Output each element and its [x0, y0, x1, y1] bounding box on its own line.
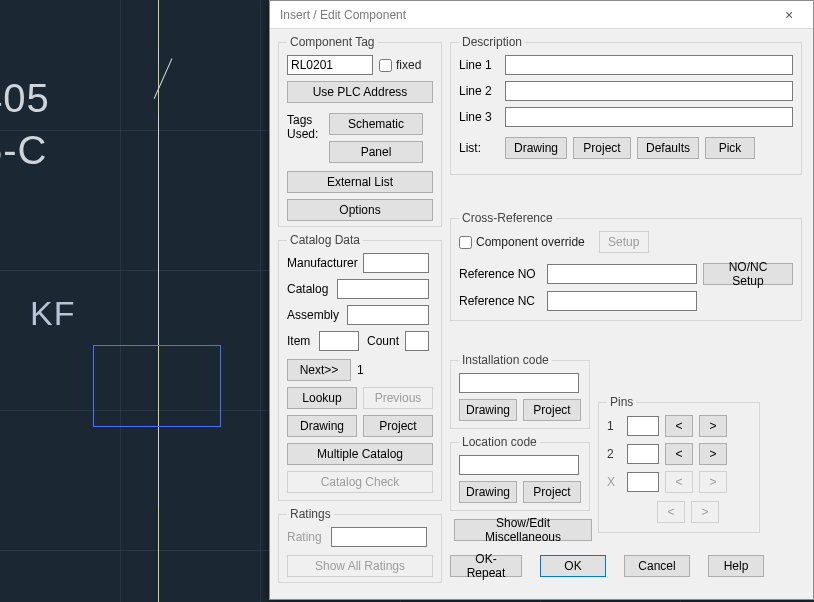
relay-coil-symbol: [93, 345, 221, 427]
cross-reference-group: Cross-Reference Component override Setup…: [450, 211, 802, 321]
next-counter: 1: [357, 363, 364, 377]
component-override-checkbox[interactable]: Component override: [459, 235, 585, 249]
installation-code-input[interactable]: [459, 373, 579, 393]
desc-project-button[interactable]: Project: [573, 137, 631, 159]
switch-contact-icon: [154, 58, 173, 99]
assembly-input[interactable]: [347, 305, 429, 325]
ok-button[interactable]: OK: [540, 555, 606, 577]
wire-segment-lower: [158, 427, 159, 507]
dialog-body: Component Tag fixed Use PLC Address Tags…: [270, 29, 813, 599]
desc-defaults-button[interactable]: Defaults: [637, 137, 699, 159]
pin-row-2-label: 2: [607, 447, 621, 461]
catalog-data-group: Catalog Data Manufacturer Catalog Assemb…: [278, 233, 442, 501]
line2-input[interactable]: [505, 81, 793, 101]
multiple-catalog-button[interactable]: Multiple Catalog: [287, 443, 433, 465]
location-drawing-button[interactable]: Drawing: [459, 481, 517, 503]
reference-no-label: Reference NO: [459, 267, 541, 281]
dialog-title: Insert / Edit Component: [280, 8, 771, 22]
fixed-checkbox-input[interactable]: [379, 59, 392, 72]
manufacturer-label: Manufacturer: [287, 256, 357, 270]
item-input[interactable]: [319, 331, 359, 351]
pin-1-next-button[interactable]: >: [699, 415, 727, 437]
pin-x-prev-button: <: [665, 471, 693, 493]
titlebar[interactable]: Insert / Edit Component ×: [270, 1, 813, 29]
location-code-legend: Location code: [459, 435, 540, 449]
reference-nc-label: Reference NC: [459, 294, 541, 308]
manufacturer-input[interactable]: [363, 253, 429, 273]
ratings-legend: Ratings: [287, 507, 334, 521]
component-tag-input[interactable]: [287, 55, 373, 75]
description-group: Description Line 1 Line 2 Line 3 List: D…: [450, 35, 802, 175]
line2-label: Line 2: [459, 84, 499, 98]
catalog-check-button: Catalog Check: [287, 471, 433, 493]
location-code-group: Location code Drawing Project: [450, 435, 590, 511]
line3-input[interactable]: [505, 107, 793, 127]
catalog-data-legend: Catalog Data: [287, 233, 363, 247]
line1-label: Line 1: [459, 58, 499, 72]
cancel-button[interactable]: Cancel: [624, 555, 690, 577]
line3-label: Line 3: [459, 110, 499, 124]
insert-edit-component-dialog: Insert / Edit Component × Component Tag …: [269, 0, 814, 600]
pin-row-1-label: 1: [607, 419, 621, 433]
tags-schematic-button[interactable]: Schematic: [329, 113, 423, 135]
pins-page-next-button: >: [691, 501, 719, 523]
item-label: Item: [287, 334, 313, 348]
location-project-button[interactable]: Project: [523, 481, 581, 503]
fixed-checkbox[interactable]: fixed: [379, 58, 421, 72]
list-label: List:: [459, 141, 499, 155]
component-tag-legend: Component Tag: [287, 35, 378, 49]
install-drawing-button[interactable]: Drawing: [459, 399, 517, 421]
pin-row-x-label: X: [607, 475, 621, 489]
desc-drawing-button[interactable]: Drawing: [505, 137, 567, 159]
external-list-button[interactable]: External List: [287, 171, 433, 193]
pin-1-input[interactable]: [627, 416, 659, 436]
ok-repeat-button[interactable]: OK-Repeat: [450, 555, 522, 577]
pins-group: Pins 1 < > 2 < > X < >: [598, 395, 760, 533]
tags-used-label: Tags Used:: [287, 113, 323, 141]
help-button[interactable]: Help: [708, 555, 764, 577]
count-label: Count: [365, 334, 399, 348]
symbol-stub-top: [158, 47, 159, 65]
tags-panel-button[interactable]: Panel: [329, 141, 423, 163]
description-legend: Description: [459, 35, 525, 49]
assembly-label: Assembly: [287, 308, 341, 322]
location-code-input[interactable]: [459, 455, 579, 475]
catalog-input[interactable]: [337, 279, 429, 299]
line1-input[interactable]: [505, 55, 793, 75]
install-project-button[interactable]: Project: [523, 399, 581, 421]
pin-2-prev-button[interactable]: <: [665, 443, 693, 465]
catalog-label: Catalog: [287, 282, 331, 296]
component-tag-group: Component Tag fixed Use PLC Address Tags…: [278, 35, 442, 227]
reference-no-input[interactable]: [547, 264, 697, 284]
pin-x-next-button: >: [699, 471, 727, 493]
installation-code-legend: Installation code: [459, 353, 552, 367]
next-button[interactable]: Next>>: [287, 359, 351, 381]
nonc-setup-button[interactable]: NO/NC Setup: [703, 263, 793, 285]
installation-code-group: Installation code Drawing Project: [450, 353, 590, 429]
use-plc-address-button[interactable]: Use PLC Address: [287, 81, 433, 103]
component-override-checkbox-input[interactable]: [459, 236, 472, 249]
component-designator-kf: KF: [30, 294, 75, 333]
close-icon[interactable]: ×: [771, 4, 807, 26]
pins-page-prev-button: <: [657, 501, 685, 523]
previous-button: Previous: [363, 387, 433, 409]
wire-number-405: 405: [0, 76, 50, 121]
catalog-drawing-button[interactable]: Drawing: [287, 415, 357, 437]
count-input[interactable]: [405, 331, 429, 351]
pin-x-input[interactable]: [627, 472, 659, 492]
xref-setup-button: Setup: [599, 231, 649, 253]
options-button[interactable]: Options: [287, 199, 433, 221]
show-all-ratings-button: Show All Ratings: [287, 555, 433, 577]
lookup-button[interactable]: Lookup: [287, 387, 357, 409]
catalog-project-button[interactable]: Project: [363, 415, 433, 437]
show-edit-misc-button[interactable]: Show/Edit Miscellaneous: [454, 519, 592, 541]
reference-nc-input[interactable]: [547, 291, 697, 311]
pin-2-next-button[interactable]: >: [699, 443, 727, 465]
pin-1-prev-button[interactable]: <: [665, 415, 693, 437]
rating-label: Rating: [287, 530, 325, 544]
rating-input[interactable]: [331, 527, 427, 547]
pin-2-input[interactable]: [627, 444, 659, 464]
component-override-label: Component override: [476, 235, 585, 249]
desc-pick-button[interactable]: Pick: [705, 137, 755, 159]
cross-reference-legend: Cross-Reference: [459, 211, 556, 225]
